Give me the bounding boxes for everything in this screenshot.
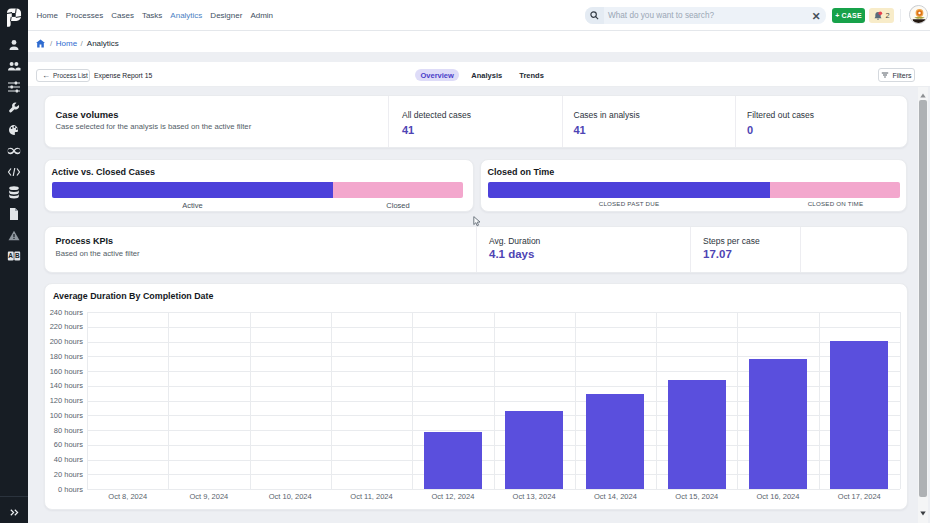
svg-text:A: A — [8, 252, 13, 259]
svg-text:B: B — [15, 252, 20, 259]
